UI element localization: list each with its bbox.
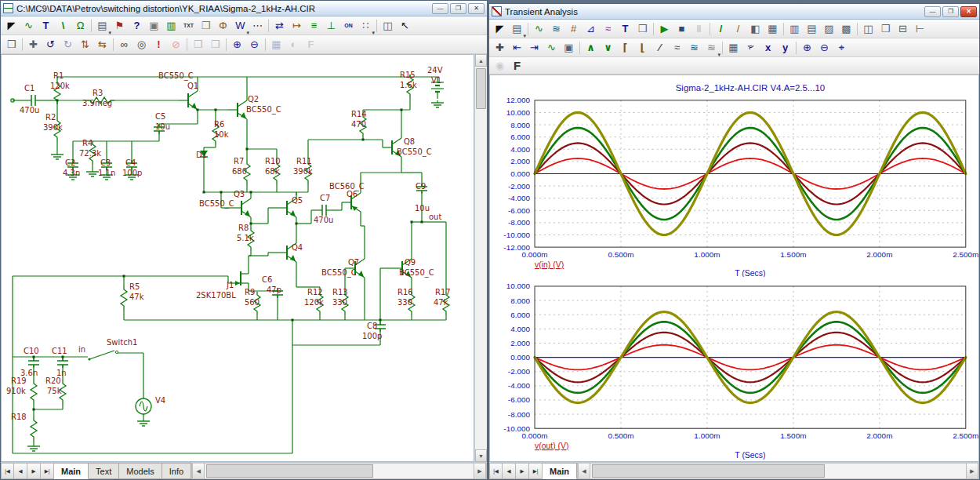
page-tab-main[interactable]: Main bbox=[543, 463, 577, 479]
waves-select-icon[interactable]: ≋▾ bbox=[703, 40, 720, 56]
tab-scroll-first-button[interactable]: |◀ bbox=[489, 463, 503, 479]
inflection-cursor-icon[interactable]: ≈ bbox=[669, 40, 685, 56]
x-tag-icon[interactable]: x bbox=[760, 40, 776, 56]
low-cursor-icon[interactable]: ⌊ bbox=[634, 40, 651, 56]
clipboard-icon[interactable]: ❒ bbox=[198, 18, 214, 34]
scroll-down-button[interactable]: ▼ bbox=[475, 449, 487, 462]
horizontal-scroll-thumb[interactable] bbox=[206, 464, 373, 478]
restore-button[interactable]: ❐ bbox=[450, 3, 466, 14]
on-label-icon[interactable]: ON bbox=[340, 18, 357, 34]
y-tag-icon[interactable]: y bbox=[777, 40, 793, 56]
columns-one-icon[interactable]: ▥ bbox=[786, 21, 803, 37]
resistor-part-icon[interactable]: Ω bbox=[72, 18, 89, 34]
properties-icon[interactable]: ❒ bbox=[634, 21, 651, 37]
redo-icon[interactable]: ↻ bbox=[60, 37, 76, 53]
scroll-right-button[interactable]: ▶ bbox=[966, 464, 978, 478]
text-stamp-icon[interactable]: TXT bbox=[180, 18, 197, 34]
node-phase-icon[interactable]: Φ bbox=[215, 18, 231, 34]
analysis-titlebar[interactable]: Transient Analysis — ❐ ✕ bbox=[489, 4, 979, 20]
zoom-out-icon[interactable]: ⊖ bbox=[816, 40, 833, 56]
point-select-icon[interactable]: ↖ bbox=[397, 18, 413, 34]
p-key-icon[interactable]: 'P' bbox=[742, 40, 759, 56]
trace-label[interactable]: v(in) (V) bbox=[535, 260, 564, 269]
restore-button[interactable]: ❐ bbox=[942, 6, 959, 17]
schematic-canvas-area[interactable]: C1470uR1120kR33.9megR2390kR472.3kC24.3nC… bbox=[1, 54, 474, 462]
ground-part-icon[interactable]: ⊥ bbox=[323, 18, 339, 34]
box-tag-icon[interactable]: ▣ bbox=[561, 40, 577, 56]
panel-toggle-icon[interactable]: ⊟ bbox=[895, 21, 911, 37]
zoom-window-icon[interactable]: ⌖ bbox=[833, 40, 850, 56]
tab-scroll-prev-button[interactable]: ◀ bbox=[14, 463, 27, 479]
stamp-mode-icon[interactable]: ▣ bbox=[146, 18, 162, 34]
page-tab-text[interactable]: Text bbox=[89, 463, 119, 479]
cursor-mode-icon[interactable]: ✚ bbox=[492, 40, 508, 56]
part-green-icon[interactable]: ▥ bbox=[163, 18, 180, 34]
tag-right-icon[interactable]: ⇥ bbox=[526, 40, 543, 56]
scope-wave-icon[interactable]: ∿ bbox=[531, 21, 547, 37]
tab-scroll-next-button[interactable]: ▶ bbox=[27, 463, 41, 479]
scope-polar-icon[interactable]: ⊿ bbox=[583, 21, 599, 37]
analysis-plot-vout[interactable]: 10.0008.0006.0004.0002.0000.000-2.000-4.… bbox=[490, 277, 980, 461]
flip-x-icon[interactable]: ⇆ bbox=[94, 37, 111, 53]
wave-tag-icon[interactable]: ∿ bbox=[543, 40, 560, 56]
step-box-1-icon[interactable]: ❒ bbox=[190, 37, 206, 53]
graph-objects-icon[interactable]: ▤▾ bbox=[509, 21, 525, 37]
flip-horizontal-icon[interactable]: ⇄ bbox=[271, 18, 288, 34]
high-cursor-icon[interactable]: ⌈ bbox=[617, 40, 633, 56]
horizontal-scroll-track[interactable] bbox=[205, 464, 474, 478]
data-points-icon[interactable]: ▦ bbox=[725, 40, 742, 56]
zoom-out-icon[interactable]: ⊖ bbox=[246, 37, 263, 53]
bus-icon[interactable]: ≡ bbox=[306, 18, 322, 34]
horizontal-scroll-thumb[interactable] bbox=[592, 464, 825, 478]
schematic-horizontal-scrollbar[interactable]: ◀ ▶ bbox=[191, 463, 487, 479]
polyline-mode-icon[interactable]: / bbox=[730, 21, 746, 37]
columns-three-icon[interactable]: ▨ bbox=[821, 21, 837, 37]
component-dip-icon[interactable]: ▤▾ bbox=[94, 18, 111, 34]
close-button[interactable]: ✕ bbox=[960, 6, 977, 17]
tab-scroll-first-button[interactable]: |◀ bbox=[1, 463, 14, 479]
scope-stack-icon[interactable]: ≋ bbox=[548, 21, 564, 37]
browse-icon[interactable]: ◎ bbox=[133, 37, 150, 53]
analysis-plot-vin[interactable]: 12.00010.0008.0006.0004.0002.0000.000-2.… bbox=[490, 75, 980, 277]
minimize-button[interactable]: — bbox=[924, 6, 941, 17]
slope-cursor-icon[interactable]: ∕ bbox=[652, 40, 668, 56]
meter-icon[interactable]: W▾ bbox=[232, 18, 249, 34]
slider-control-icon[interactable]: ⊢ bbox=[912, 21, 928, 37]
image-export-icon[interactable]: ▦ bbox=[268, 37, 285, 53]
vertical-scroll-thumb[interactable] bbox=[476, 68, 486, 109]
animate-stop-icon[interactable]: ◉ bbox=[492, 58, 508, 74]
schematic-vertical-scrollbar[interactable]: ▲ ▼ bbox=[474, 54, 487, 462]
tile-windows-icon[interactable]: ◫ bbox=[860, 21, 877, 37]
line-mode-icon[interactable]: / bbox=[713, 21, 729, 37]
scroll-left-button[interactable]: ◀ bbox=[192, 464, 205, 478]
tag-left-icon[interactable]: ⇤ bbox=[509, 40, 525, 56]
wave-source-icon[interactable]: ∿ bbox=[20, 18, 37, 34]
left-axis-icon[interactable]: ◧ bbox=[747, 21, 764, 37]
world-view-icon[interactable]: ◐ bbox=[285, 37, 302, 53]
info-icon[interactable]: ! bbox=[151, 37, 167, 53]
step-box-2-icon[interactable]: ❒ bbox=[207, 37, 223, 53]
text-mode-icon[interactable]: T bbox=[38, 18, 54, 34]
io-pin-icon[interactable]: ↦ bbox=[289, 18, 305, 34]
no-connect-icon[interactable]: ⊘ bbox=[168, 37, 184, 53]
waves-all-icon[interactable]: ≋ bbox=[686, 40, 702, 56]
peak-cursor-icon[interactable]: ∧ bbox=[583, 40, 599, 56]
close-button[interactable]: ✕ bbox=[468, 3, 485, 14]
zoom-in-icon[interactable]: ⊕ bbox=[799, 40, 815, 56]
schematic-titlebar[interactable]: C:\MC9\DATA\Petrov\switching distortion\… bbox=[1, 1, 487, 16]
vertical-scroll-track[interactable] bbox=[475, 67, 487, 449]
format-hotkey-icon[interactable]: F bbox=[509, 58, 525, 74]
page-tab-models[interactable]: Models bbox=[119, 463, 162, 479]
stop-icon[interactable]: ■ bbox=[673, 21, 690, 37]
trace-label[interactable]: v(out) (V) bbox=[535, 442, 569, 450]
run-icon[interactable]: ▶ bbox=[656, 21, 673, 37]
horizontal-scroll-track[interactable] bbox=[590, 464, 966, 478]
pause-icon[interactable]: ‖ bbox=[691, 21, 707, 37]
find-icon[interactable]: ∞ bbox=[116, 37, 132, 53]
tab-scroll-last-button[interactable]: ▶| bbox=[41, 463, 54, 479]
analysis-horizontal-scrollbar[interactable]: ◀ ▶ bbox=[577, 463, 979, 479]
new-window-icon[interactable]: ❒ bbox=[3, 37, 20, 53]
page-tab-info[interactable]: Info bbox=[162, 463, 191, 479]
help-mode-icon[interactable]: ? bbox=[129, 18, 145, 34]
split-window-icon[interactable]: ◫ bbox=[379, 18, 396, 34]
